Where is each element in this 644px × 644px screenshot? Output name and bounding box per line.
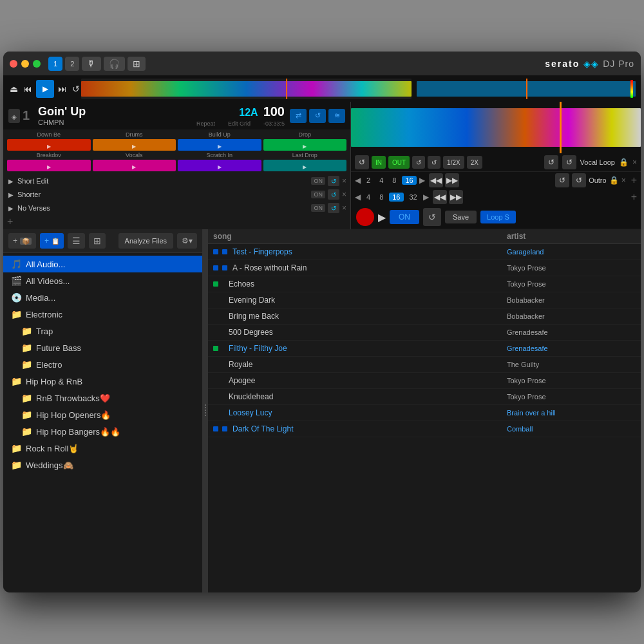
loop-icon-btn[interactable]: ↺ [309, 109, 326, 123]
on-btn[interactable]: ON [390, 210, 419, 224]
sidebar-item-electronic[interactable]: 📁 Electronic [3, 306, 202, 323]
cue-pad-scratch[interactable] [178, 160, 261, 171]
in-btn[interactable]: IN [372, 156, 386, 169]
prev-btn[interactable]: ⏮ [22, 82, 33, 95]
sidebar-item-all-audio[interactable]: 🎵 All Audio... [3, 256, 202, 272]
cue-pad-buildup[interactable] [178, 139, 261, 151]
beat-num-16[interactable]: 16 [402, 176, 416, 185]
beat-next-btn[interactable]: ▶ [419, 176, 425, 185]
track-row[interactable]: Evening Dark Bobabacker [208, 292, 641, 308]
sidebar-item-all-videos[interactable]: 🎬 All Videos... [3, 272, 202, 289]
beat-num-2[interactable]: 2 [363, 176, 374, 185]
settings-btn[interactable]: 🎙 [82, 57, 101, 71]
track-row[interactable]: Filthy - Filthy Joe Grenadesafe [208, 341, 641, 357]
next-btn[interactable]: ⏭ [57, 82, 68, 95]
beat-backward2-btn[interactable]: ◀◀ [433, 190, 447, 204]
analyze-files-btn[interactable]: Analyze Files [118, 233, 173, 249]
headphones-btn[interactable]: 🎧 [104, 57, 125, 71]
grid-view-btn[interactable]: ⊞ [89, 233, 106, 249]
deck1-btn[interactable]: 1 [48, 57, 62, 71]
track-row[interactable]: Bring me Back Bobabacker [208, 308, 641, 325]
beat-num2-16[interactable]: 16 [389, 193, 403, 202]
eject-btn[interactable]: ⏏ [8, 82, 19, 95]
grid-btn[interactable]: ⊞ [128, 57, 146, 71]
cue-pad-downbe[interactable] [7, 139, 91, 151]
loop-back-btn[interactable]: ↺ [544, 155, 558, 169]
deck2-btn[interactable]: 2 [65, 57, 79, 71]
half-speed-btn[interactable]: 1/2X [443, 156, 464, 169]
loop-sync-btn-3[interactable]: ↺ [328, 203, 339, 213]
sync2-btn[interactable]: ↺ [428, 156, 440, 169]
beat-num2-32[interactable]: 32 [406, 193, 421, 202]
cue-pad-lastdrop[interactable] [263, 160, 347, 171]
cue-pad-vocals[interactable] [93, 160, 176, 171]
beat-next2-btn[interactable]: ▶ [423, 193, 429, 202]
loop-play-btn-3[interactable]: ▶ [7, 205, 15, 212]
sidebar-item-rocknroll[interactable]: 📁 Rock n Roll🤘 [3, 440, 202, 457]
loop-close-btn-2[interactable]: × [342, 190, 346, 199]
list-view-btn[interactable]: ☰ [68, 233, 85, 249]
gear-settings-btn[interactable]: ⚙▾ [177, 233, 197, 249]
sidebar-item-future-bass[interactable]: 📁 Future Bass [3, 339, 202, 356]
minimize-button[interactable] [21, 60, 29, 68]
sidebar-item-weddings[interactable]: 📁 Weddings🙈 [3, 457, 202, 473]
outro-sync-btn[interactable]: ↺ [555, 173, 569, 187]
track-row[interactable]: Loosey Lucy Brain over a hill [208, 405, 641, 421]
sidebar-item-media[interactable]: 💿 Media... [3, 289, 202, 306]
beat-num-4[interactable]: 4 [376, 176, 386, 185]
beat-forward-btn[interactable]: ▶▶ [445, 173, 459, 187]
track-row[interactable]: Test - Fingerpops Garageland [208, 244, 641, 260]
sync-main-btn[interactable]: ↺ [423, 208, 441, 226]
right-loop-add2-btn[interactable]: + [631, 191, 637, 203]
sync-icon-btn[interactable]: ⇄ [290, 109, 307, 123]
eq-icon-btn[interactable]: ≋ [328, 109, 345, 123]
loop-sync-btn-2[interactable]: ↺ [328, 189, 339, 200]
right-overview-waveform[interactable] [417, 79, 636, 99]
loop-add-btn[interactable]: + [7, 216, 13, 227]
loop-close-btn-3[interactable]: × [342, 204, 346, 213]
cue-pad-drop[interactable] [263, 139, 347, 151]
loop-close-btn-1[interactable]: × [342, 176, 346, 185]
save-btn[interactable]: Save [445, 211, 477, 223]
double-speed-btn[interactable]: 2X [467, 156, 482, 169]
sidebar-item-hiphop-bangers[interactable]: 📁 Hip Hop Bangers🔥🔥 [3, 423, 202, 440]
drag-handle[interactable] [203, 229, 208, 592]
loop-s-btn[interactable]: Loop S [480, 211, 516, 223]
add-playlist-btn[interactable]: + 📋 [40, 233, 64, 249]
sidebar-item-hiphop-openers[interactable]: 📁 Hip Hop Openers🔥 [3, 406, 202, 423]
beat-backward-btn[interactable]: ◀◀ [429, 173, 443, 187]
loop-play-btn-1[interactable]: ▶ [7, 178, 15, 185]
sidebar-item-electro[interactable]: 📁 Electro [3, 356, 202, 373]
track-row[interactable]: Apogee Tokyo Prose [208, 373, 641, 389]
track-row[interactable]: Echoes Tokyo Prose [208, 276, 641, 292]
overview-waveform[interactable] [81, 79, 412, 99]
out-btn[interactable]: OUT [388, 156, 410, 169]
record-btn[interactable] [356, 208, 374, 226]
loop-btn-overview[interactable]: ↺ [71, 82, 81, 95]
sidebar-item-trap[interactable]: 📁 Trap [3, 323, 202, 339]
add-crate-btn[interactable]: + 📦 [8, 233, 36, 249]
close-button[interactable] [10, 60, 17, 68]
play-main-btn[interactable]: ▶ [378, 211, 386, 223]
beat-prev-btn[interactable]: ◀ [355, 176, 361, 185]
outro-close[interactable]: × [621, 176, 626, 185]
sidebar-item-hiphop[interactable]: 📁 Hip Hop & RnB [3, 373, 202, 390]
track-row[interactable]: Royale The Guilty [208, 357, 641, 373]
beat-num2-8[interactable]: 8 [376, 193, 386, 202]
cue-button[interactable]: ◈ [8, 109, 20, 123]
loop-sync-btn-1[interactable]: ↺ [328, 176, 339, 186]
sidebar-item-rnb[interactable]: 📁 RnB Throwbacks❤️ [3, 390, 202, 406]
outro-sync2-btn[interactable]: ↺ [572, 173, 586, 187]
right-loop-add-btn[interactable]: + [631, 175, 637, 186]
vocal-loop-close[interactable]: × [632, 158, 637, 167]
beat-num2-4[interactable]: 4 [363, 193, 374, 202]
track-row[interactable]: Knucklehead Tokyo Prose [208, 389, 641, 405]
beat-num-8[interactable]: 8 [389, 176, 399, 185]
cue-pad-breakdov[interactable] [7, 160, 91, 171]
track-row[interactable]: A - Rose without Rain Tokyo Prose [208, 260, 641, 276]
sync3-btn[interactable]: ↺ [562, 155, 576, 169]
big-waveform[interactable] [351, 102, 641, 153]
beat-forward2-btn[interactable]: ▶▶ [449, 190, 463, 204]
beat-prev2-btn[interactable]: ◀ [355, 193, 361, 202]
play-btn-overview[interactable]: ▶ [36, 80, 54, 98]
